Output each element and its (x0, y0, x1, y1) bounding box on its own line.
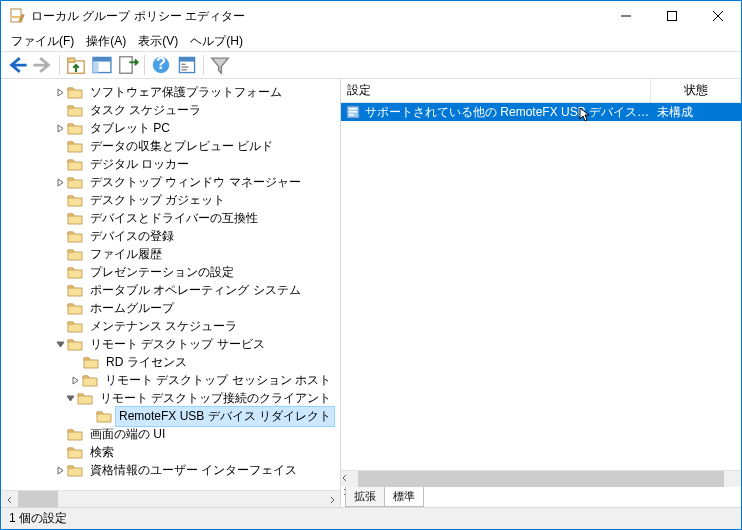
toolbar-separator (203, 55, 204, 75)
tree-expand-icon[interactable] (53, 178, 67, 187)
tree-node-label: デバイスとドライバーの互換性 (87, 209, 261, 228)
tree-expand-icon[interactable] (68, 376, 82, 385)
svg-rect-14 (182, 64, 186, 65)
list-cell-state: 未構成 (651, 104, 741, 121)
tree-node-label: リモート デスクトップ サービス (87, 335, 268, 354)
tree-node[interactable]: リモート デスクトップ セッション ホスト (1, 371, 340, 389)
toolbar: ? (1, 51, 741, 79)
tree-node-label: ファイル履歴 (87, 245, 165, 264)
tree-node-label: RemoteFX USB デバイス リダイレクト (116, 407, 334, 426)
policy-item-icon (345, 104, 361, 120)
menu-file[interactable]: ファイル(F) (7, 31, 78, 52)
tree-node[interactable]: メンテナンス スケジューラ (1, 317, 340, 335)
tree-node[interactable]: RD ライセンス (1, 353, 340, 371)
tree-expand-icon[interactable] (64, 394, 77, 403)
maximize-button[interactable] (649, 1, 695, 31)
help-button[interactable]: ? (149, 53, 173, 77)
tree-node[interactable]: リモート デスクトップ サービス (1, 335, 340, 353)
tree-node[interactable]: タブレット PC (1, 119, 340, 137)
tree-node-label: リモート デスクトップ セッション ホスト (102, 371, 334, 390)
tree-node[interactable]: デバイスの登録 (1, 227, 340, 245)
policy-tree[interactable]: ソフトウェア保護プラットフォームタスク スケジューラタブレット PCデータの収集… (1, 79, 340, 490)
scroll-left-arrow[interactable] (1, 491, 18, 507)
menu-view[interactable]: 表示(V) (134, 31, 182, 52)
content-area: ソフトウェア保護プラットフォームタスク スケジューラタブレット PCデータの収集… (1, 79, 741, 507)
svg-rect-1 (12, 16, 20, 18)
tree-node[interactable]: デバイスとドライバーの互換性 (1, 209, 340, 227)
tree-node-label: 検索 (87, 443, 117, 462)
column-header-state[interactable]: 状態 (651, 79, 741, 102)
tree-node[interactable]: 検索 (1, 443, 340, 461)
svg-rect-3 (668, 12, 677, 21)
app-icon (9, 8, 25, 24)
tree-node-label: RD ライセンス (103, 353, 190, 372)
tree-node[interactable]: プレゼンテーションの設定 (1, 263, 340, 281)
tree-node[interactable]: デスクトップ ガジェット (1, 191, 340, 209)
tree-node[interactable]: RemoteFX USB デバイス リダイレクト (1, 407, 340, 425)
svg-rect-15 (182, 66, 189, 67)
status-bar: 1 個の設定 (1, 507, 741, 529)
settings-list[interactable]: サポートされている他の RemoteFX USB デバイスの、この...未構成 (341, 103, 741, 470)
tree-expand-icon[interactable] (53, 340, 67, 349)
tree-node-label: リモート デスクトップ接続のクライアント (97, 389, 334, 408)
scroll-thumb[interactable] (358, 471, 724, 487)
tab-standard[interactable]: 標準 (384, 487, 424, 507)
title-bar: ローカル グループ ポリシー エディター (1, 1, 741, 31)
toolbar-separator (144, 55, 145, 75)
show-hide-tree-button[interactable] (90, 53, 114, 77)
tree-node-label: ソフトウェア保護プラットフォーム (87, 83, 285, 102)
tree-node-label: プレゼンテーションの設定 (87, 263, 237, 282)
toolbar-separator (59, 55, 60, 75)
tree-node-label: デスクトップ ウィンドウ マネージャー (87, 173, 304, 192)
tree-node[interactable]: ポータブル オペレーティング システム (1, 281, 340, 299)
tree-horizontal-scrollbar[interactable] (1, 490, 340, 507)
menu-help[interactable]: ヘルプ(H) (186, 31, 247, 52)
list-horizontal-scrollbar[interactable] (341, 470, 741, 487)
settings-list-pane: 設定 状態 サポートされている他の RemoteFX USB デバイスの、この.… (341, 79, 741, 507)
minimize-button[interactable] (603, 1, 649, 31)
tree-node[interactable]: ソフトウェア保護プラットフォーム (1, 83, 340, 101)
menu-action[interactable]: 操作(A) (82, 31, 130, 52)
tree-node[interactable]: ホームグループ (1, 299, 340, 317)
tree-node[interactable]: ファイル履歴 (1, 245, 340, 263)
scroll-thumb[interactable] (18, 491, 58, 507)
scroll-right-arrow[interactable] (323, 491, 340, 507)
svg-rect-18 (349, 108, 357, 110)
svg-rect-5 (68, 58, 75, 62)
tree-node-label: デバイスの登録 (87, 227, 177, 246)
tab-extended[interactable]: 拡張 (345, 487, 385, 507)
svg-rect-7 (93, 57, 111, 61)
tree-node-label: ホームグループ (87, 299, 177, 318)
tree-expand-icon[interactable] (53, 124, 67, 133)
tree-node-label: タブレット PC (87, 119, 173, 138)
tree-node-label: デスクトップ ガジェット (87, 191, 228, 210)
properties-button[interactable] (175, 53, 199, 77)
close-button[interactable] (695, 1, 741, 31)
list-row[interactable]: サポートされている他の RemoteFX USB デバイスの、この...未構成 (341, 103, 741, 121)
tree-node-label: データの収集とプレビュー ビルド (87, 137, 276, 156)
svg-rect-16 (182, 69, 188, 70)
svg-rect-19 (349, 111, 357, 113)
tree-node-label: 資格情報のユーザー インターフェイス (87, 461, 300, 480)
up-button[interactable] (64, 53, 88, 77)
tree-node[interactable]: データの収集とプレビュー ビルド (1, 137, 340, 155)
svg-rect-13 (179, 57, 194, 61)
list-cell-setting: サポートされている他の RemoteFX USB デバイスの、この... (365, 104, 651, 121)
tree-node[interactable]: デスクトップ ウィンドウ マネージャー (1, 173, 340, 191)
back-button[interactable] (5, 53, 29, 77)
status-text: 1 個の設定 (9, 510, 67, 527)
tree-expand-icon[interactable] (53, 466, 67, 475)
column-header-setting[interactable]: 設定 (341, 79, 651, 102)
tree-node[interactable]: デジタル ロッカー (1, 155, 340, 173)
forward-button[interactable] (31, 53, 55, 77)
svg-rect-8 (93, 62, 99, 73)
filter-button[interactable] (208, 53, 232, 77)
tree-expand-icon[interactable] (53, 88, 67, 97)
export-list-button[interactable] (116, 53, 140, 77)
tree-node[interactable]: タスク スケジューラ (1, 101, 340, 119)
tree-node-label: メンテナンス スケジューラ (87, 317, 240, 336)
tree-node[interactable]: 資格情報のユーザー インターフェイス (1, 461, 340, 479)
tree-node[interactable]: リモート デスクトップ接続のクライアント (1, 389, 340, 407)
tree-node[interactable]: 画面の端の UI (1, 425, 340, 443)
window-title: ローカル グループ ポリシー エディター (31, 8, 603, 25)
